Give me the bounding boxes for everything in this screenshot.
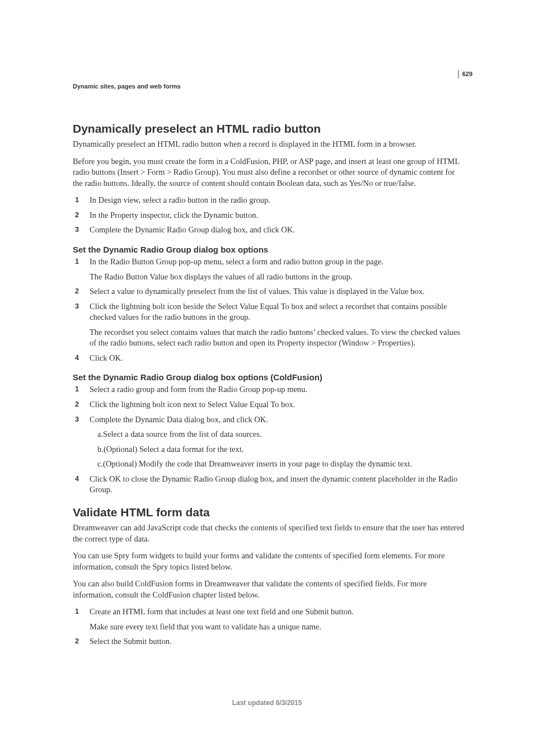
substep-c: c.(Optional) Modify the code that Dreamw… bbox=[97, 459, 465, 470]
step-number: 3 bbox=[73, 301, 90, 349]
step-note: Make sure every text field that you want… bbox=[90, 622, 465, 633]
step-text: Click OK to close the Dynamic Radio Grou… bbox=[90, 474, 465, 496]
paragraph: Dynamically preselect an HTML radio butt… bbox=[73, 139, 465, 150]
step-text: Select the Submit button. bbox=[90, 636, 465, 647]
step-number: 3 bbox=[73, 225, 90, 236]
list-item: 2 In the Property inspector, click the D… bbox=[73, 210, 465, 221]
step-text: Click the lightning bolt icon next to Se… bbox=[90, 399, 465, 410]
substep-a: a.Select a data source from the list of … bbox=[97, 429, 465, 440]
step-text: Select a radio group and form from the R… bbox=[90, 384, 465, 395]
step-number: 2 bbox=[73, 286, 90, 297]
list-item: 1 Select a radio group and form from the… bbox=[73, 384, 465, 395]
step-number: 1 bbox=[73, 195, 90, 206]
step-number: 1 bbox=[73, 256, 90, 282]
main-content: Dynamically preselect an HTML radio butt… bbox=[73, 112, 465, 651]
step-number: 1 bbox=[73, 606, 90, 632]
list-item: 1 In Design view, select a radio button … bbox=[73, 195, 465, 206]
paragraph: Before you begin, you must create the fo… bbox=[73, 156, 465, 189]
list-item: 2 Select the Submit button. bbox=[73, 636, 465, 647]
list-item: 2 Click the lightning bolt icon next to … bbox=[73, 399, 465, 410]
substep-b: b.(Optional) Select a data format for th… bbox=[97, 444, 465, 455]
step-number: 2 bbox=[73, 636, 90, 647]
step-text: Click the lightning bolt icon beside the… bbox=[90, 301, 465, 323]
heading-set-options: Set the Dynamic Radio Group dialog box o… bbox=[73, 245, 465, 254]
page-number: 629 bbox=[458, 70, 472, 78]
paragraph: Dreamweaver can add JavaScript code that… bbox=[73, 522, 465, 544]
step-number: 4 bbox=[73, 474, 90, 496]
heading-preselect-radio: Dynamically preselect an HTML radio butt… bbox=[73, 122, 465, 136]
step-note: The Radio Button Value box displays the … bbox=[90, 272, 465, 283]
step-text: In Design view, select a radio button in… bbox=[90, 195, 465, 206]
step-number: 1 bbox=[73, 384, 90, 395]
step-text: Create an HTML form that includes at lea… bbox=[90, 606, 465, 618]
footer-last-updated: Last updated 6/3/2015 bbox=[0, 699, 534, 707]
step-note: The recordset you select contains values… bbox=[90, 327, 465, 349]
paragraph: You can use Spry form widgets to build y… bbox=[73, 550, 465, 572]
list-item: 4 Click OK to close the Dynamic Radio Gr… bbox=[73, 474, 465, 496]
list-item: 1 In the Radio Button Group pop-up menu,… bbox=[73, 256, 465, 282]
step-number: 3 bbox=[73, 414, 90, 470]
list-item: 3 Complete the Dynamic Radio Group dialo… bbox=[73, 225, 465, 236]
heading-set-options-cf: Set the Dynamic Radio Group dialog box o… bbox=[73, 372, 465, 382]
step-text: In the Property inspector, click the Dyn… bbox=[90, 210, 465, 221]
list-item: 1 Create an HTML form that includes at l… bbox=[73, 606, 465, 632]
step-text: Complete the Dynamic Radio Group dialog … bbox=[90, 225, 465, 236]
step-text: Complete the Dynamic Data dialog box, an… bbox=[90, 414, 465, 426]
heading-validate-form: Validate HTML form data bbox=[73, 506, 465, 519]
step-text: In the Radio Button Group pop-up menu, s… bbox=[90, 256, 465, 268]
step-text: Select a value to dynamically preselect … bbox=[90, 286, 465, 297]
step-text: Click OK. bbox=[90, 353, 465, 364]
breadcrumb: Dynamic sites, pages and web forms bbox=[73, 83, 181, 90]
list-item: 3 Complete the Dynamic Data dialog box, … bbox=[73, 414, 465, 470]
step-number: 2 bbox=[73, 210, 90, 221]
step-number: 2 bbox=[73, 399, 90, 410]
paragraph: You can also build ColdFusion forms in D… bbox=[73, 578, 465, 600]
list-item: 2 Select a value to dynamically preselec… bbox=[73, 286, 465, 297]
list-item: 3 Click the lightning bolt icon beside t… bbox=[73, 301, 465, 349]
step-number: 4 bbox=[73, 353, 90, 364]
list-item: 4 Click OK. bbox=[73, 353, 465, 364]
